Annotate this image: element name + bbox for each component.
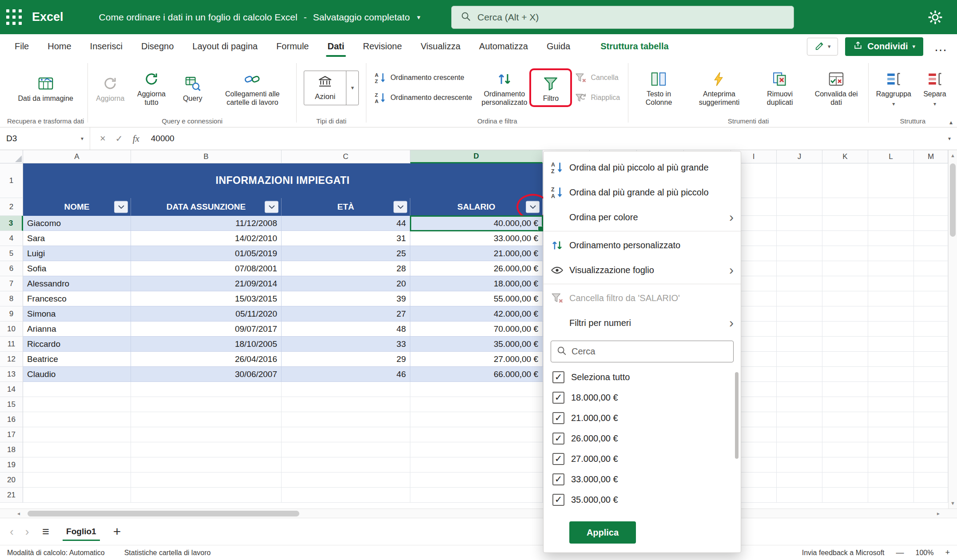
cell-a6[interactable]: Sofia (23, 261, 131, 276)
cell-m3[interactable] (914, 216, 948, 231)
row-header-20[interactable]: 20 (0, 473, 23, 488)
chevron-down-icon[interactable]: ▾ (346, 71, 358, 105)
cell-k1[interactable] (822, 163, 868, 198)
cell-a15[interactable] (23, 397, 131, 412)
cell-b9[interactable]: 05/11/2020 (131, 306, 282, 322)
ribbon-button-anteprima-suggerimenti[interactable]: Anteprima suggerimenti (687, 67, 752, 108)
formula-input[interactable]: 40000 (151, 134, 175, 143)
row-header-6[interactable]: 6 (0, 261, 23, 276)
cell-b12[interactable]: 26/04/2016 (131, 352, 282, 367)
ribbon-button-dati-da-immagine[interactable]: Dati da immagine (14, 71, 77, 105)
cell-j20[interactable] (777, 473, 822, 488)
filter-menu-scroll-thumb[interactable] (735, 372, 739, 459)
row-header-13[interactable]: 13 (0, 367, 23, 382)
tab-layout-di-pagina[interactable]: Layout di pagina (183, 34, 267, 59)
filter-menu-item-visualizzazione-foglio[interactable]: Visualizzazione foglio› (544, 258, 741, 282)
cell-j14[interactable] (777, 382, 822, 397)
cell-a5[interactable]: Luigi (23, 246, 131, 261)
ribbon-button-ordinamento-personalizzato[interactable]: Ordinamento personalizzato (477, 67, 531, 108)
filter-button-nome[interactable] (114, 201, 128, 213)
cell-l3[interactable] (868, 216, 914, 231)
row-header-5[interactable]: 5 (0, 246, 23, 261)
ribbon-button-query[interactable]: Query (174, 71, 211, 105)
cell-a13[interactable]: Claudio (23, 367, 131, 382)
cell-k4[interactable] (822, 231, 868, 246)
cell-c13[interactable]: 46 (282, 367, 410, 382)
next-sheet-icon[interactable]: › (20, 525, 35, 539)
row-header-11[interactable]: 11 (0, 337, 23, 352)
row-header-2[interactable]: 2 (0, 198, 23, 216)
cell-c15[interactable] (282, 397, 410, 412)
cell-l2[interactable] (868, 198, 914, 216)
column-header-d[interactable]: D (410, 150, 543, 163)
row-header-18[interactable]: 18 (0, 442, 23, 457)
select-all-corner[interactable] (0, 150, 23, 163)
horizontal-scroll-thumb[interactable] (28, 511, 299, 516)
cell-c9[interactable]: 27 (282, 306, 410, 322)
cell-m4[interactable] (914, 231, 948, 246)
cell-m5[interactable] (914, 246, 948, 261)
column-header-a[interactable]: A (23, 150, 131, 163)
cell-d9[interactable]: 42.000,00 € (410, 306, 543, 322)
insert-function-icon[interactable]: fx (133, 133, 139, 144)
scroll-up-icon[interactable]: ▲ (949, 150, 957, 161)
cell-j6[interactable] (777, 261, 822, 276)
cell-m8[interactable] (914, 291, 948, 306)
ribbon-button-filtro[interactable]: Filtro (532, 71, 569, 105)
cell-l4[interactable] (868, 231, 914, 246)
cell-j15[interactable] (777, 397, 822, 412)
tab-home[interactable]: Home (38, 34, 80, 59)
cancel-entry-icon[interactable]: × (100, 133, 106, 144)
filter-checkbox-33-000-00[interactable]: ✓33.000,00 € (544, 469, 741, 489)
cell-j4[interactable] (777, 231, 822, 246)
tab-file[interactable]: File (5, 34, 38, 59)
more-options-icon[interactable]: … (930, 42, 951, 51)
cell-c16[interactable] (282, 412, 410, 427)
previous-sheet-icon[interactable]: ‹ (4, 525, 19, 539)
cell-m16[interactable] (914, 412, 948, 427)
filter-button-età[interactable] (393, 201, 407, 213)
cell-c5[interactable]: 25 (282, 246, 410, 261)
cell-k19[interactable] (822, 457, 868, 473)
cell-b17[interactable] (131, 427, 282, 442)
cell-b18[interactable] (131, 442, 282, 457)
cell-b19[interactable] (131, 457, 282, 473)
column-header-j[interactable]: J (777, 150, 822, 163)
cell-c10[interactable]: 48 (282, 322, 410, 337)
cell-l8[interactable] (868, 291, 914, 306)
row-header-21[interactable]: 21 (0, 488, 23, 503)
cell-d6[interactable]: 26.000,00 € (410, 261, 543, 276)
cell-k2[interactable] (822, 198, 868, 216)
cell-a19[interactable] (23, 457, 131, 473)
cell-a21[interactable] (23, 488, 131, 503)
cell-b6[interactable]: 07/08/2001 (131, 261, 282, 276)
scroll-down-icon[interactable]: ▼ (949, 498, 957, 508)
cell-m7[interactable] (914, 276, 948, 291)
cell-j12[interactable] (777, 352, 822, 367)
cell-m13[interactable] (914, 367, 948, 382)
column-header-l[interactable]: L (868, 150, 914, 163)
filter-menu-item-ordinamento-personalizzato[interactable]: Ordinamento personalizzato (544, 233, 741, 258)
cell-m18[interactable] (914, 442, 948, 457)
apply-filter-button[interactable]: Applica (569, 521, 636, 544)
cell-m17[interactable] (914, 427, 948, 442)
calc-mode-status[interactable]: Modalità di calcolo: Automatico (7, 549, 105, 557)
cell-j8[interactable] (777, 291, 822, 306)
tab-guida[interactable]: Guida (537, 34, 580, 59)
cell-c8[interactable]: 39 (282, 291, 410, 306)
cell-d13[interactable]: 66.000,00 € (410, 367, 543, 382)
cell-l10[interactable] (868, 322, 914, 337)
cell-k3[interactable] (822, 216, 868, 231)
cell-l12[interactable] (868, 352, 914, 367)
cell-k16[interactable] (822, 412, 868, 427)
cell-b8[interactable]: 15/03/2015 (131, 291, 282, 306)
cell-l21[interactable] (868, 488, 914, 503)
filter-menu-item-ordina-per-colore[interactable]: Ordina per colore› (544, 205, 741, 230)
tab-automatizza[interactable]: Automatizza (470, 34, 537, 59)
cell-l9[interactable] (868, 306, 914, 322)
cell-j3[interactable] (777, 216, 822, 231)
cell-l18[interactable] (868, 442, 914, 457)
ribbon-button-testo-in-colonne[interactable]: Testo in Colonne (632, 67, 686, 108)
tab-formule[interactable]: Formule (267, 34, 318, 59)
cell-b3[interactable]: 11/12/2008 (131, 216, 282, 231)
